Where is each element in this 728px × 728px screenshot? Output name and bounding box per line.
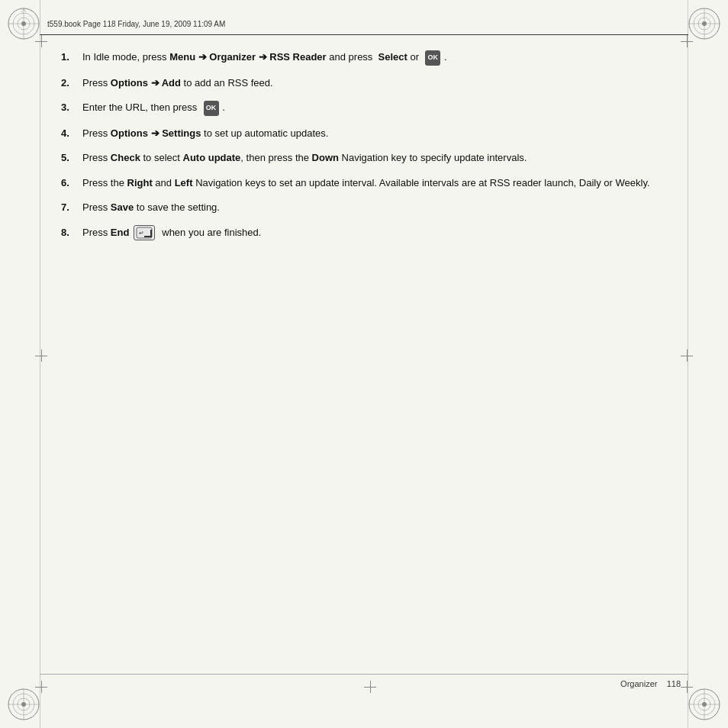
options-settings: Options ➔ Settings	[111, 127, 201, 139]
crosshair-mid-left	[35, 350, 47, 362]
step-text: Press Options ➔ Settings to set up autom…	[82, 126, 667, 141]
step-text: Press Options ➔ Add to add an RSS feed.	[82, 76, 667, 91]
step-text: Enter the URL, then press OK .	[82, 100, 667, 116]
select-label: Select	[378, 51, 407, 63]
step-text: In Idle mode, press Menu ➔ Organizer ➔ R…	[82, 50, 667, 66]
crosshair-top-left	[35, 35, 47, 47]
main-content: 1. In Idle mode, press Menu ➔ Organizer …	[61, 50, 667, 652]
list-item: 6. Press the Right and Left Navigation k…	[61, 176, 667, 191]
save-label: Save	[111, 201, 134, 213]
svg-line-7	[24, 8, 26, 12]
list-item: 8. Press End ↵ when you are finished.	[61, 225, 667, 241]
end-key-icon: ↵	[134, 225, 155, 240]
step-number: 1.	[61, 50, 82, 65]
right-label: Right	[127, 177, 153, 188]
step-number: 8.	[61, 225, 82, 240]
step-number: 6.	[61, 176, 82, 191]
auto-update-label: Auto update	[183, 152, 241, 163]
step-text: Press Save to save the setting.	[82, 200, 667, 215]
svg-line-6	[21, 8, 24, 12]
list-item: 1. In Idle mode, press Menu ➔ Organizer …	[61, 50, 667, 66]
page-footer: Organizer 118	[40, 674, 688, 688]
svg-point-13	[702, 21, 707, 26]
list-item: 2. Press Options ➔ Add to add an RSS fee…	[61, 76, 667, 91]
step-text: Press End ↵ when you are finished.	[82, 225, 667, 241]
check-label: Check	[111, 152, 140, 163]
step-number: 5.	[61, 150, 82, 166]
step-number: 3.	[61, 100, 82, 115]
step-text: Press the Right and Left Navigation keys…	[82, 176, 667, 191]
left-label: Left	[175, 177, 193, 188]
header-text: t559.book Page 118 Friday, June 19, 2009…	[47, 20, 225, 28]
step-number: 2.	[61, 76, 82, 91]
options-add: Options ➔ Add	[111, 77, 181, 89]
crosshair-top-right	[681, 35, 693, 47]
ok-icon: OK	[425, 50, 440, 66]
page-border-right	[688, 0, 688, 728]
svg-point-5	[21, 21, 26, 26]
list-item: 5. Press Check to select Auto update, th…	[61, 150, 667, 166]
footer-text: Organizer 118	[620, 679, 681, 688]
down-label: Down	[312, 152, 339, 163]
ok-icon: OK	[204, 101, 219, 116]
page-header: t559.book Page 118 Friday, June 19, 2009…	[40, 14, 688, 35]
menu-path: Menu ➔ Organizer ➔ RSS Reader	[169, 51, 327, 63]
instructions-list: 1. In Idle mode, press Menu ➔ Organizer …	[61, 50, 667, 240]
step-number: 7.	[61, 200, 82, 215]
list-item: 4. Press Options ➔ Settings to set up au…	[61, 126, 667, 141]
svg-point-25	[702, 702, 707, 707]
list-item: 7. Press Save to save the setting.	[61, 200, 667, 215]
step-text: Press Check to select Auto update, then …	[82, 150, 667, 166]
svg-point-19	[21, 702, 26, 707]
list-item: 3. Enter the URL, then press OK .	[61, 100, 667, 116]
crosshair-mid-right	[681, 350, 693, 362]
end-key-svg: ↵	[136, 227, 153, 239]
svg-text:↵: ↵	[139, 230, 144, 237]
end-label: End	[111, 227, 130, 238]
page-border-left	[40, 0, 40, 728]
step-number: 4.	[61, 126, 82, 141]
